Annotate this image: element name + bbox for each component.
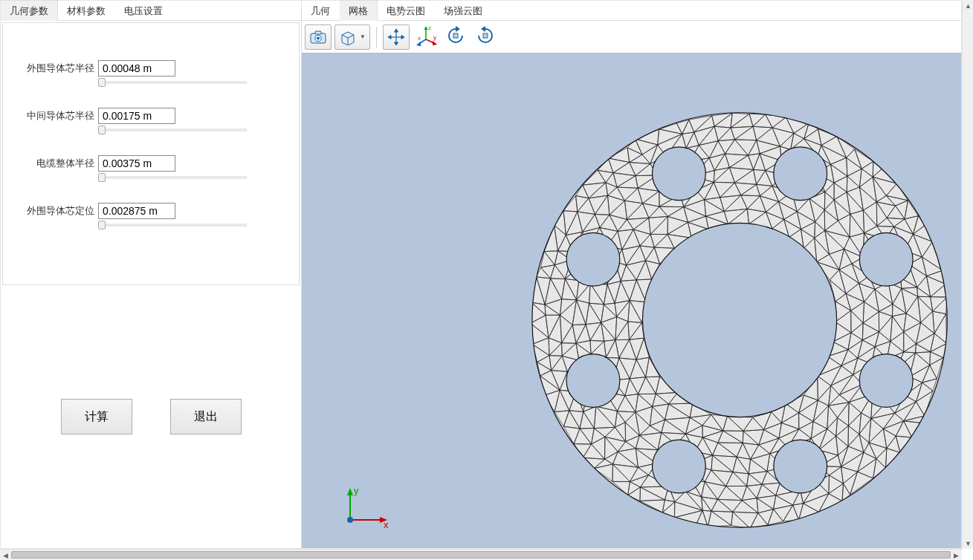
svg-marker-17 [416, 42, 421, 46]
param-input-outer-conductor-radius[interactable] [98, 60, 175, 76]
vertical-scrollbar[interactable]: ▲ ▼ [962, 0, 973, 549]
xyz-axis-icon: z y x [415, 25, 437, 49]
right-tabs: 几何 网格 电势云图 场强云图 [302, 1, 961, 21]
param-slider-cable-radius[interactable] [98, 176, 247, 179]
calculate-button[interactable]: 计算 [61, 399, 132, 434]
exit-button[interactable]: 退出 [170, 399, 242, 434]
rotate-cw-button[interactable] [472, 25, 499, 50]
param-slider-outer-conductor-radius[interactable] [98, 81, 247, 84]
axis-orientation-button[interactable]: z y x [413, 25, 439, 50]
axis-gizmo: x y [339, 486, 391, 533]
tab-geometry-params[interactable]: 几何参数 [1, 0, 58, 21]
rotate-cw-icon [475, 26, 496, 48]
toolbar-divider [376, 27, 377, 48]
rotate-ccw-button[interactable] [442, 25, 469, 50]
pan-button[interactable] [383, 25, 410, 50]
camera-icon [310, 30, 326, 44]
tab-field-contour[interactable]: 场强云图 [435, 1, 492, 20]
tab-geometry[interactable]: 几何 [302, 1, 340, 20]
svg-text:z: z [428, 25, 431, 31]
svg-marker-11 [401, 35, 404, 39]
view-toolbar: ▼ z y x [302, 21, 961, 53]
horizontal-scrollbar[interactable]: ◀ ▶ [0, 549, 962, 560]
svg-point-3 [317, 36, 320, 39]
svg-marker-15 [433, 41, 437, 45]
tab-mesh[interactable]: 网格 [340, 0, 378, 21]
param-row: 中间导体芯半径 [24, 108, 278, 124]
axis-x-label: x [384, 519, 389, 530]
svg-line-2234 [531, 302, 531, 323]
axis-y-label: y [354, 486, 359, 496]
scroll-thumb[interactable] [11, 551, 951, 559]
svg-rect-24 [483, 33, 488, 38]
svg-marker-8 [395, 29, 398, 32]
param-input-outer-conductor-position[interactable] [98, 203, 175, 219]
chevron-down-icon: ▼ [360, 33, 366, 40]
tab-voltage-settings[interactable]: 电压设置 [115, 1, 172, 20]
param-label-middle-conductor-radius: 中间导体芯半径 [24, 109, 94, 123]
param-label-outer-conductor-position: 外围导体芯定位 [24, 204, 94, 218]
mesh-canvas[interactable]: x y [302, 53, 961, 548]
svg-text:y: y [433, 34, 436, 41]
param-input-middle-conductor-radius[interactable] [98, 108, 175, 124]
param-row: 外围导体芯定位 [24, 203, 278, 219]
svg-marker-9 [395, 42, 398, 45]
right-panel: 几何 网格 电势云图 场强云图 ▼ [302, 1, 961, 548]
left-tabs: 几何参数 材料参数 电压设置 [1, 1, 301, 21]
param-slider-middle-conductor-radius[interactable] [98, 128, 247, 131]
svg-point-2451 [347, 517, 353, 523]
param-slider-outer-conductor-position[interactable] [98, 224, 247, 227]
param-row: 外围导体芯半径 [24, 60, 278, 76]
svg-marker-13 [424, 26, 428, 30]
cube-icon [339, 29, 358, 45]
svg-text:x: x [418, 35, 421, 42]
svg-rect-1 [315, 31, 321, 34]
tab-potential-contour[interactable]: 电势云图 [378, 1, 435, 20]
scroll-down-icon[interactable]: ▼ [963, 538, 973, 549]
param-row: 电缆整体半径 [24, 155, 278, 172]
svg-marker-10 [388, 35, 391, 39]
scroll-right-icon[interactable]: ▶ [951, 550, 962, 560]
svg-marker-23 [481, 26, 485, 32]
scroll-up-icon[interactable]: ▲ [963, 0, 973, 11]
move-arrows-icon [388, 29, 404, 45]
params-area: 外围导体芯半径 中间导体芯半径 电缆整体半径 [2, 22, 300, 285]
left-panel: 几何参数 材料参数 电压设置 外围导体芯半径 中间导体芯半径 电缆 [1, 1, 302, 548]
tab-material-params[interactable]: 材料参数 [58, 1, 115, 20]
svg-rect-22 [453, 33, 458, 38]
param-label-outer-conductor-radius: 外围导体芯半径 [24, 62, 94, 75]
scroll-left-icon[interactable]: ◀ [0, 550, 11, 560]
buttons-area: 计算 退出 [1, 285, 301, 548]
mesh-visualization [302, 53, 961, 548]
param-input-cable-radius[interactable] [98, 155, 175, 172]
snapshot-button[interactable] [305, 25, 332, 50]
svg-marker-2450 [347, 488, 353, 495]
rotate-ccw-icon [445, 26, 466, 48]
param-label-cable-radius: 电缆整体半径 [24, 157, 94, 170]
svg-point-36 [532, 113, 947, 527]
view-cube-button[interactable]: ▼ [334, 25, 370, 50]
svg-marker-21 [456, 26, 460, 32]
